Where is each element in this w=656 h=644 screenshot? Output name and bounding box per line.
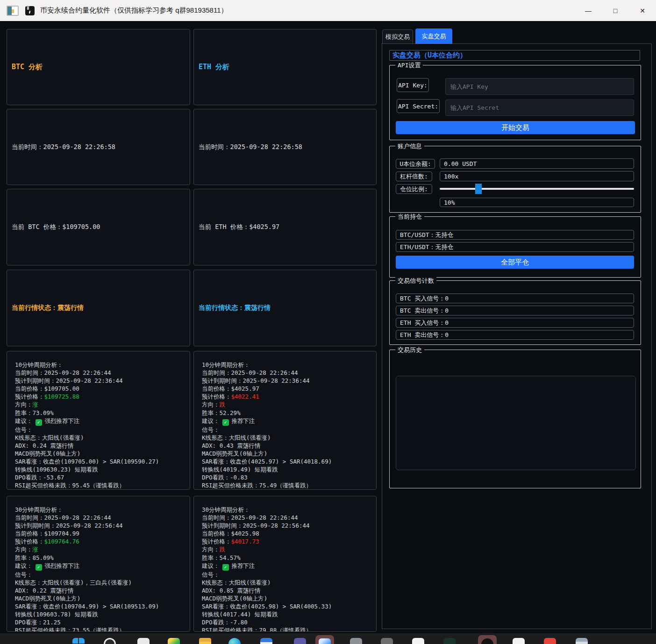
signals-heading: 信号：: [202, 571, 371, 579]
period-direction: 方向：涨: [15, 545, 185, 553]
api-secret-input[interactable]: [445, 100, 634, 116]
eth-10min-analysis-panel: 10分钟周期分析： 当前时间：2025-09-28 22:26:44 预计到期时…: [193, 351, 377, 490]
eth-current-time: 当前时间：2025-09-28 22:26:58: [199, 143, 302, 151]
slider-track: [440, 188, 634, 190]
eth-market-status: 当前行情状态：震荡行情: [199, 304, 271, 312]
period-time: 当前时间：2025-09-28 22:26:44: [15, 369, 185, 377]
signal-line: DPO看跌：-0.83: [202, 473, 371, 481]
period-expiry: 预计到期时间：2025-09-28 22:56:44: [202, 522, 371, 530]
btc-current-time: 当前时间：2025-09-28 22:26:58: [12, 143, 115, 151]
direction-value: 涨: [33, 546, 39, 553]
maximize-button[interactable]: □: [602, 0, 629, 21]
signal-line: ADX: 0.43 震荡行情: [202, 442, 371, 450]
period-predicted: 预计价格：$4022.41: [202, 393, 371, 401]
tab-simulated-trading[interactable]: 模拟交易: [382, 29, 413, 44]
signal-line: K线形态：大阳线(强看涨): [202, 434, 371, 442]
signal-list: K线形态：大阳线(强看涨)，三白兵(强看涨)ADX: 0.22 震荡行情MACD…: [15, 579, 185, 632]
main-content: BTC 分析 当前时间：2025-09-28 22:26:58 当前 BTC 价…: [0, 21, 656, 633]
signals-heading: 信号：: [202, 426, 371, 434]
start-trading-button[interactable]: 开始交易: [396, 121, 635, 134]
eth-market-status-panel: 当前行情状态：震荡行情: [193, 270, 377, 346]
api-key-label: API Key:: [397, 78, 429, 92]
period-predicted: 预计价格：$109725.88: [15, 393, 185, 401]
close-all-positions-button[interactable]: 全部平仓: [396, 256, 634, 269]
signal-line: MACD弱势死叉(0轴上方): [202, 594, 371, 602]
app-gray-pill-icon[interactable]: [381, 638, 393, 644]
eth-analysis-header-panel: ETH 分析: [193, 29, 377, 105]
app-white-blue-icon[interactable]: [513, 638, 525, 644]
period-expiry: 预计到期时间：2025-09-28 22:56:44: [15, 522, 185, 530]
signal-list: K线形态：大阳线(强看涨)ADX: 0.43 震荡行情MACD弱势死叉(0轴上方…: [202, 434, 371, 490]
signal-line: MACD弱势死叉(0轴上方): [15, 450, 185, 458]
period-winrate: 胜率：85.09%: [15, 554, 185, 562]
position-ratio-label: 仓位比例:: [396, 184, 432, 194]
file-explorer-icon[interactable]: [199, 638, 211, 644]
signal-line: MACD弱势死叉(0轴上方): [202, 450, 371, 458]
position-ratio-value: 10%: [440, 198, 634, 207]
predicted-value: $4017.73: [231, 538, 259, 545]
edge-browser-icon[interactable]: [228, 638, 241, 644]
period-price: 当前价格：$109704.99: [15, 530, 185, 537]
app-window: 币安永续合约量化软件（仅供指标学习参考 q群981935811） — □ ✕ B…: [0, 0, 656, 644]
app-purple-cat-icon[interactable]: [294, 638, 306, 644]
window-title: 币安永续合约量化软件（仅供指标学习参考 q群981935811）: [40, 6, 228, 15]
app-media-player-icon[interactable]: [319, 638, 331, 644]
check-icon: ✓: [222, 419, 229, 426]
period-winrate: 胜率：54.57%: [202, 554, 371, 562]
signal-line: ADX: 0.85 震荡行情: [202, 587, 371, 594]
app-gray-cat-icon[interactable]: [350, 638, 362, 644]
signal-line: SAR看涨：收盘价(109705.00) > SAR(109590.27): [15, 458, 185, 465]
btc-10min-analysis-panel: 10分钟周期分析： 当前时间：2025-09-28 22:26:44 预计到期时…: [7, 351, 190, 490]
check-icon: ✓: [36, 564, 42, 571]
live-trading-panel-title: 实盘交易（U本位合约）: [389, 50, 640, 61]
btc-position-value: BTC/USDT：无持仓: [396, 230, 634, 240]
period-predicted: 预计价格：$4017.73: [202, 537, 371, 545]
period-price: 当前价格：$4025.97: [202, 385, 371, 393]
period-predicted: 预计价格：$109764.76: [15, 537, 185, 545]
account-info-group-label: 账户信息: [395, 142, 424, 150]
period-winrate: 胜率：73.09%: [15, 409, 185, 417]
tab-live-trading[interactable]: 实盘交易: [415, 29, 452, 44]
advice-text: 强烈推荐下注: [45, 417, 80, 424]
signal-line: ADX: 0.24 震荡行情: [15, 442, 185, 450]
balance-label: U本位余额:: [396, 159, 435, 169]
app-media-player-highlight[interactable]: [315, 635, 334, 644]
app-yellow-green-icon[interactable]: [168, 638, 180, 644]
period-time: 当前时间：2025-09-28 22:26:44: [202, 514, 371, 522]
predicted-value: $109764.76: [44, 538, 79, 545]
app-music-highlight[interactable]: [478, 635, 497, 644]
api-key-input[interactable]: [445, 78, 634, 95]
signal-line: 转换线(4017.44) 短期看跌: [202, 610, 371, 618]
signals-heading: 信号：: [15, 426, 185, 434]
app-white-teal-icon[interactable]: [412, 638, 424, 644]
search-circle-icon[interactable]: [104, 638, 116, 644]
period-heading: 30分钟周期分析：: [202, 506, 371, 514]
trade-history-group-label: 交易历史: [395, 346, 424, 354]
period-heading: 10分钟周期分析：: [15, 361, 185, 369]
signal-line: K线形态：大阳线(强看涨)，三白兵(强看涨): [15, 579, 185, 587]
position-ratio-slider[interactable]: [440, 184, 634, 194]
period-direction: 方向：跌: [202, 545, 371, 553]
minimize-button[interactable]: —: [575, 0, 602, 21]
close-button[interactable]: ✕: [629, 0, 656, 21]
app-window-icon[interactable]: [576, 638, 588, 644]
app-light-icon[interactable]: [137, 638, 150, 644]
period-heading: 30分钟周期分析：: [15, 506, 185, 514]
signals-heading: 信号：: [15, 571, 185, 579]
trade-history-list[interactable]: [396, 376, 636, 470]
start-button-icon[interactable]: [72, 638, 85, 644]
app-red-icon[interactable]: [544, 638, 556, 644]
slider-handle[interactable]: [475, 184, 482, 194]
balance-value: 0.00 USDT: [440, 158, 634, 169]
signal-count-group: 交易信号计数 BTC 买入信号：0 BTC 卖出信号：0 ETH 买入信号：0 …: [389, 280, 641, 345]
app-dark-green-icon[interactable]: [443, 638, 456, 644]
signal-count-group-label: 交易信号计数: [395, 277, 436, 285]
app-music-icon[interactable]: [481, 638, 493, 644]
current-positions-group: 当前持仓 BTC/USDT：无持仓 ETH/USDT：无持仓 全部平仓: [389, 216, 641, 278]
signal-line: DPO看跌：-7.80: [202, 618, 371, 626]
btc-market-status: 当前行情状态：震荡行情: [12, 304, 84, 312]
btc-time-panel: 当前时间：2025-09-28 22:26:58: [7, 109, 190, 185]
app-briefcase-icon[interactable]: [260, 638, 272, 644]
eth-price-panel: 当前 ETH 价格：$4025.97: [193, 189, 377, 265]
advice-text: 强烈推荐下注: [45, 562, 80, 569]
